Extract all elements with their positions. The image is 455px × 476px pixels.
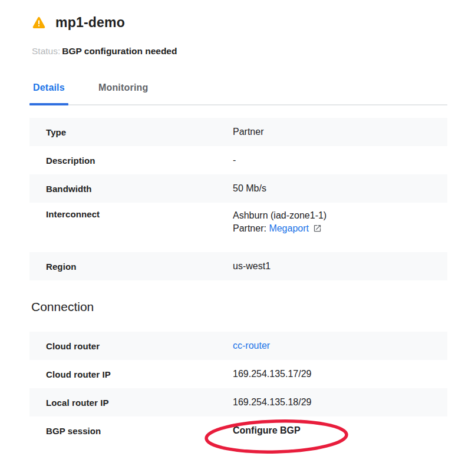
- status-label: Status:: [32, 46, 60, 56]
- row-value: Partner: [233, 125, 263, 138]
- cloud-router-link[interactable]: cc-router: [233, 341, 270, 351]
- row-value: 50 Mb/s: [233, 182, 266, 195]
- table-row-cloud-router-ip: Cloud router IP 169.254.135.17/29: [29, 360, 447, 388]
- table-row-region: Region us-west1: [29, 252, 447, 280]
- interconnect-partner-line: Partner: Megaport: [233, 222, 327, 235]
- tab-bar: Details Monitoring: [29, 74, 447, 105]
- configure-bgp-link[interactable]: Configure BGP: [233, 424, 301, 437]
- row-label: Interconnect: [46, 209, 233, 219]
- connection-heading: Connection: [29, 299, 447, 315]
- row-label: Cloud router IP: [46, 369, 233, 379]
- table-row-bandwidth: Bandwidth 50 Mb/s: [29, 174, 447, 203]
- row-value: us-west1: [233, 260, 271, 273]
- row-label: Cloud router: [46, 341, 233, 351]
- warning-icon: [32, 16, 45, 28]
- page-title: mp1-demo: [55, 14, 125, 31]
- details-table: Type Partner Description - Bandwidth 50 …: [29, 118, 447, 280]
- external-link-icon[interactable]: [313, 224, 322, 233]
- detail-panel: mp1-demo Status:BGP configuration needed…: [0, 0, 455, 445]
- row-label: Local router IP: [46, 398, 233, 408]
- interconnect-location: Ashburn (iad-zone1-1): [233, 209, 327, 222]
- connection-table: Cloud router cc-router Cloud router IP 1…: [29, 332, 447, 445]
- tab-monitoring[interactable]: Monitoring: [95, 74, 152, 104]
- table-row-cloud-router: Cloud router cc-router: [29, 332, 447, 360]
- row-label: Type: [46, 127, 233, 137]
- tab-details[interactable]: Details: [29, 74, 68, 104]
- row-value: 169.254.135.18/29: [233, 396, 311, 409]
- row-label: BGP session: [46, 426, 233, 436]
- row-value: Ashburn (iad-zone1-1) Partner: Megaport: [233, 209, 327, 235]
- partner-label: Partner:: [233, 223, 266, 233]
- table-row-local-router-ip: Local router IP 169.254.135.18/29: [29, 388, 447, 416]
- row-value: 169.254.135.17/29: [233, 368, 311, 381]
- row-label: Region: [46, 262, 233, 272]
- table-row-type: Type Partner: [29, 118, 447, 146]
- status-value: BGP configuration needed: [62, 46, 177, 56]
- partner-link[interactable]: Megaport: [269, 223, 309, 233]
- table-row-bgp-session: BGP session Configure BGP: [29, 416, 447, 445]
- table-row-description: Description -: [29, 146, 447, 174]
- status-line: Status:BGP configuration needed: [29, 46, 447, 56]
- row-value: -: [233, 154, 236, 167]
- row-label: Bandwidth: [46, 184, 233, 194]
- header: mp1-demo: [29, 14, 447, 31]
- table-row-interconnect: Interconnect Ashburn (iad-zone1-1) Partn…: [29, 203, 447, 252]
- row-label: Description: [46, 156, 233, 166]
